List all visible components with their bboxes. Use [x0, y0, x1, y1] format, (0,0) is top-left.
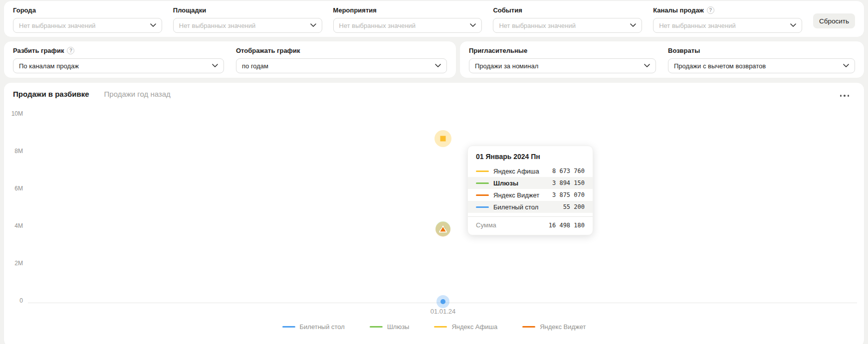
- reset-filters-button[interactable]: Сбросить: [813, 13, 855, 28]
- filter-sessions-label: События: [493, 6, 642, 14]
- refunds-label: Возвраты: [668, 46, 855, 54]
- y-axis-tick: 10M: [4, 110, 23, 117]
- filter-venues: Площадки: [173, 6, 322, 32]
- chart-legend: Билетный стол Шлюзы Яндекс Афиша Яндекс …: [4, 323, 864, 331]
- invitations-select[interactable]: [469, 58, 656, 73]
- legend-item-yandex-widget[interactable]: Яндекс Виджет: [522, 323, 586, 331]
- filter-events-input[interactable]: [339, 22, 466, 29]
- series-dash-icon: [434, 326, 447, 328]
- chevron-down-icon: [843, 64, 849, 68]
- sales-options-card: Пригласительные Возвраты: [460, 41, 864, 78]
- filter-sales-channels-select[interactable]: [653, 18, 802, 33]
- filter-cities: Города: [13, 6, 162, 32]
- filter-cities-input[interactable]: [19, 22, 146, 29]
- y-axis-tick: 4M: [4, 222, 23, 229]
- filter-sessions-input[interactable]: [499, 22, 626, 29]
- tooltip-total-value: 16 498 180: [549, 222, 585, 229]
- tooltip-row: Билетный стол 55 200: [468, 201, 593, 213]
- y-axis-tick: 8M: [4, 148, 23, 155]
- chevron-down-icon: [630, 23, 636, 27]
- help-icon[interactable]: ?: [67, 47, 74, 54]
- chart-tooltip: 01 Январь 2024 Пн Яндекс Афиша 8 673 760…: [467, 146, 593, 235]
- filter-venues-select[interactable]: [173, 18, 322, 33]
- invitations-label: Пригласительные: [469, 46, 656, 54]
- filter-sales-channels-label: Каналы продаж: [653, 6, 704, 14]
- filter-events-select[interactable]: [333, 18, 482, 33]
- split-chart-group: Разбить график ?: [13, 46, 224, 73]
- y-axis-tick: 6M: [4, 185, 23, 192]
- filter-venues-input[interactable]: [179, 22, 306, 29]
- chevron-down-icon: [212, 64, 218, 68]
- series-dash-icon: [522, 326, 535, 328]
- refunds-value[interactable]: [674, 62, 839, 70]
- legend-item-gateways[interactable]: Шлюзы: [370, 323, 410, 331]
- split-chart-select[interactable]: [13, 58, 224, 73]
- series-dash-icon: [476, 194, 489, 196]
- plot-area: 10M 8M 6M 4M 2M 0 01.01.24 01 Январ: [4, 83, 864, 344]
- chevron-down-icon: [790, 23, 796, 27]
- filter-sales-channels-input[interactable]: [659, 22, 786, 29]
- series-dash-icon: [476, 171, 489, 172]
- legend-item-ticket-desk[interactable]: Билетный стол: [282, 323, 345, 331]
- display-chart-value[interactable]: [242, 62, 431, 70]
- display-chart-label: Отображать график: [236, 46, 447, 54]
- filter-sessions: События: [493, 6, 642, 32]
- chevron-down-icon: [150, 23, 156, 27]
- series-dash-icon: [370, 326, 383, 328]
- filter-cities-label: Города: [13, 6, 162, 14]
- split-chart-value[interactable]: [19, 62, 208, 70]
- display-chart-select[interactable]: [236, 58, 447, 73]
- filters-bar: Города Площадки Мероприятия События: [4, 1, 864, 37]
- refunds-group: Возвраты: [668, 46, 855, 73]
- filter-venues-label: Площадки: [173, 6, 322, 14]
- chevron-down-icon: [435, 64, 441, 68]
- tooltip-row: Шлюзы 3 894 150: [468, 177, 593, 189]
- invitations-value[interactable]: [475, 62, 640, 70]
- chevron-down-icon: [310, 23, 316, 27]
- tooltip-total-row: Сумма 16 498 180: [468, 216, 593, 235]
- filter-events-label: Мероприятия: [333, 6, 482, 14]
- tooltip-date: 01 Январь 2024 Пн: [468, 146, 593, 165]
- chart-options-card: Разбить график ? Отображать график: [4, 41, 456, 78]
- filter-sales-channels: Каналы продаж ?: [653, 6, 802, 32]
- series-dash-icon: [282, 326, 295, 328]
- display-chart-group: Отображать график: [236, 46, 447, 73]
- help-icon[interactable]: ?: [707, 6, 714, 14]
- chevron-down-icon: [470, 23, 476, 27]
- refunds-select[interactable]: [668, 58, 855, 73]
- tooltip-rows: Яндекс Афиша 8 673 760 Шлюзы 3 894 150 Я…: [468, 165, 593, 213]
- filter-sessions-select[interactable]: [493, 18, 642, 33]
- tooltip-row: Яндекс Афиша 8 673 760: [468, 165, 593, 177]
- chart-card: Продажи в разбивке Продажи год назад 10M…: [4, 83, 864, 344]
- series-dash-icon: [476, 206, 489, 208]
- tooltip-row: Яндекс Виджет 3 875 070: [468, 189, 593, 201]
- x-axis-tick-label: 01.01.24: [421, 308, 465, 315]
- split-chart-label: Разбить график: [13, 47, 64, 54]
- y-axis-tick: 0: [4, 297, 23, 304]
- y-axis-tick: 2M: [4, 260, 23, 267]
- legend-item-yandex-afisha[interactable]: Яндекс Афиша: [434, 323, 497, 331]
- series-dash-icon: [476, 182, 489, 184]
- filter-events: Мероприятия: [333, 6, 482, 32]
- chevron-down-icon: [644, 64, 650, 68]
- filter-cities-select[interactable]: [13, 18, 162, 33]
- invitations-group: Пригласительные: [469, 46, 656, 73]
